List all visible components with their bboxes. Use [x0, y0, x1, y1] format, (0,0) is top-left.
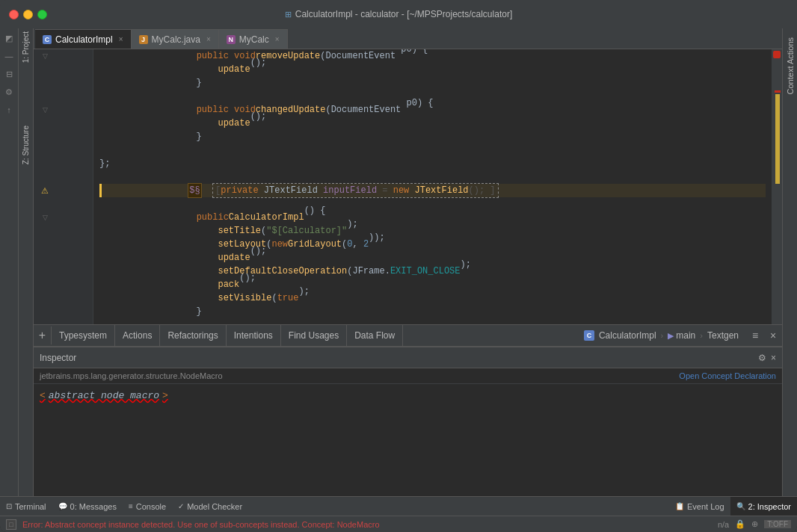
breadcrumb-textgen[interactable]: Textgen [703, 330, 743, 341]
close-tab-mycalc[interactable]: × [275, 35, 280, 43]
tab-intentions[interactable]: Intentions [227, 325, 281, 346]
line-num [56, 211, 88, 224]
arrow-icon[interactable]: ↑ [2, 103, 16, 117]
project-icon[interactable]: ◩ [2, 31, 16, 45]
close-button[interactable] [9, 10, 19, 19]
code-line [99, 197, 766, 211]
code-line: } [99, 76, 766, 90]
inspector-icon: 🔍 [736, 502, 745, 510]
tab-refactorings[interactable]: Refactorings [160, 325, 226, 346]
vertical-tabs: 1: Project Z: Structure [19, 28, 34, 496]
editor-tab-bar: C CalculatorImpl × J MyCalc.java × N MyC… [34, 28, 782, 49]
collapse-button[interactable]: × [764, 327, 782, 344]
inspector-settings-icon[interactable]: ⚙ [758, 353, 766, 363]
messages-icon: 💬 [58, 502, 67, 510]
tab-terminal[interactable]: ⊡ Terminal [0, 497, 52, 516]
line-num [56, 184, 88, 197]
gutter-fold-1[interactable]: ▽ [34, 49, 56, 63]
line-numbers [56, 49, 93, 324]
maximize-button[interactable] [37, 10, 47, 19]
open-concept-link[interactable]: Open Concept Declaration [679, 371, 776, 380]
line-num [56, 76, 88, 90]
gutter-space [34, 291, 56, 305]
tab-lang-icon-c: C [43, 35, 52, 44]
gutter-space [34, 305, 56, 318]
code-editor[interactable]: public void removeUpdate(DocumentEvent p… [93, 49, 772, 324]
code-line: } [99, 130, 766, 143]
breadcrumb-calculatorimpl[interactable]: C CalculatorImpl [579, 330, 661, 341]
status-icon: □ [6, 519, 16, 530]
scroll-thumb[interactable] [775, 94, 780, 184]
tab-dataflow[interactable]: Data Flow [347, 325, 403, 346]
gutter-space [34, 90, 56, 103]
status-bar-right: n/a 🔒 ⊕ T:OFF [718, 519, 791, 529]
bottom-tabs: ⊡ Terminal 💬 0: Messages ≡ Console ✓ Mod… [0, 496, 797, 516]
line-num [56, 305, 88, 318]
tab-lang-icon-java: J [139, 35, 148, 44]
gutter-space [34, 251, 56, 265]
tab-typesystem[interactable]: Typesystem [52, 325, 115, 346]
title-bar: ⊞ CalculatorImpl - calculator - [~/MPSPr… [0, 0, 797, 28]
add-tab-button[interactable]: + [34, 327, 52, 344]
tab-lang-icon-n: N [227, 35, 236, 44]
gutter-space [34, 63, 56, 76]
line-num [56, 117, 88, 130]
minimize-button[interactable] [23, 10, 33, 19]
tab-mycalcjava[interactable]: J MyCalc.java × [132, 29, 219, 49]
line-num [56, 170, 88, 184]
line-num [56, 103, 88, 117]
gutter-fold-13[interactable]: ▽ [34, 211, 56, 224]
inspector-actions: ⚙ × [758, 353, 776, 363]
line-num [56, 251, 88, 265]
context-actions-sidebar: Context Actions [782, 28, 797, 496]
tab-eventlog[interactable]: 📋 Event Log [669, 497, 730, 516]
breadcrumb-main[interactable]: ▶ main [663, 330, 700, 341]
gutter-fold-5[interactable]: ▽ [34, 103, 56, 117]
modelchecker-icon: ✓ [178, 502, 184, 510]
tab-inspector[interactable]: 🔍 2: Inspector [730, 497, 797, 516]
right-bottom-tabs: 📋 Event Log 🔍 2: Inspector [669, 497, 797, 516]
line-num [56, 63, 88, 76]
sidebar-item-project[interactable]: 1: Project [19, 28, 33, 108]
line-num [56, 157, 88, 170]
inspector-close-icon[interactable]: × [771, 353, 776, 363]
line-num [56, 224, 88, 238]
tab-mycalc[interactable]: N MyCalc × [219, 29, 288, 49]
close-tab-calculatorimpl[interactable]: × [119, 35, 123, 43]
status-error-message: Error: Abstract concept instance detecte… [22, 520, 380, 529]
line-num [56, 130, 88, 143]
error-marker [775, 90, 781, 93]
traffic-lights[interactable] [9, 10, 47, 19]
tab-actions[interactable]: Actions [115, 325, 160, 346]
inspector-concept: jetbrains.mps.lang.generator.structure.N… [34, 368, 782, 384]
title-icon: ⊞ [285, 10, 292, 19]
gutter-space [34, 170, 56, 184]
warning-icon: ⚠ [41, 186, 49, 196]
code-line [99, 170, 766, 184]
close-tab-mycalcjava[interactable]: × [206, 35, 211, 43]
tab-console[interactable]: ≡ Console [123, 497, 172, 516]
breadcrumb-icon: C [584, 330, 594, 341]
line-num [56, 143, 88, 157]
more-button[interactable]: ≡ [746, 327, 764, 344]
scroll-track[interactable] [772, 49, 782, 324]
gutter-space [34, 278, 56, 291]
sidebar-item-structure[interactable]: Z: Structure [19, 123, 33, 167]
breadcrumb-bar: C CalculatorImpl › ▶ main › Textgen ≡ [579, 327, 782, 344]
tab-messages[interactable]: 💬 0: Messages [52, 497, 123, 516]
gutter-space [34, 130, 56, 143]
gutter-space [34, 76, 56, 90]
gear-icon[interactable]: ⚙ [2, 85, 16, 99]
gutter-space [34, 117, 56, 130]
tab-modelchecker[interactable]: ✓ Model Checker [172, 497, 248, 516]
gutter-space [34, 157, 56, 170]
bookmark-icon[interactable]: ⊟ [2, 67, 16, 81]
gutter-space [34, 238, 56, 251]
status-bar: □ Error: Abstract concept instance detec… [0, 516, 797, 532]
code-line: }; [99, 157, 766, 170]
context-actions-label: Context Actions [786, 37, 795, 94]
tab-findusages[interactable]: Find Usages [281, 325, 347, 346]
gutter-space [34, 143, 56, 157]
eventlog-icon: 📋 [675, 502, 684, 510]
tab-calculatorimpl[interactable]: C CalculatorImpl × [35, 29, 132, 49]
